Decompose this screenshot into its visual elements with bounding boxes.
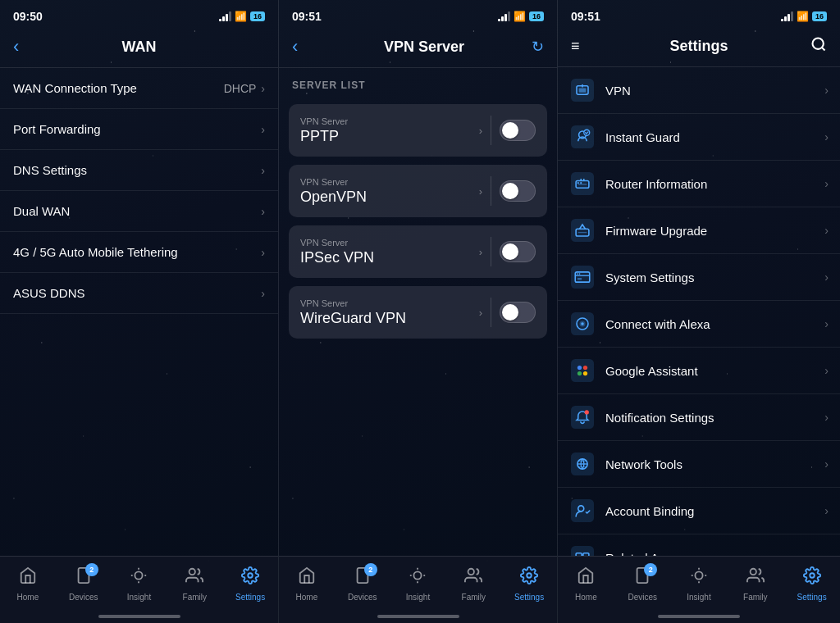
svg-point-16 xyxy=(468,569,474,575)
svg-rect-22 xyxy=(579,88,587,92)
tab-insight-1[interactable]: Insight xyxy=(112,563,167,605)
wan-connection-type-item[interactable]: WAN Connection Type DHCP › xyxy=(0,68,278,109)
wan-content: WAN Connection Type DHCP › Port Forwardi… xyxy=(0,68,278,556)
tab-family-2[interactable]: Family xyxy=(445,563,501,605)
firmware-icon-wrap xyxy=(569,217,596,243)
vpn-card-openvpn[interactable]: VPN Server OpenVPN › xyxy=(289,165,547,217)
notifications-icon-wrap xyxy=(569,404,596,430)
devices-badge-2: 2 xyxy=(364,563,377,576)
svg-rect-27 xyxy=(571,172,594,195)
settings-item-system[interactable]: System Settings › xyxy=(558,254,840,301)
vpn-card-ipsec[interactable]: VPN Server IPSec VPN › xyxy=(289,225,547,278)
back-button-vpn[interactable]: ‹ xyxy=(292,36,317,57)
tab-settings-1[interactable]: Settings xyxy=(222,563,278,605)
svg-point-49 xyxy=(583,371,587,375)
wireguard-right: › xyxy=(479,298,536,327)
svg-point-11 xyxy=(414,571,422,579)
google-chevron: › xyxy=(824,364,829,377)
tab-devices-1[interactable]: 2 Devices xyxy=(56,563,112,605)
tab-bar-1: Home 2 Devices Insight xyxy=(0,556,278,623)
alexa-label: Connect with Alexa xyxy=(605,317,815,331)
vpn-chevron: › xyxy=(824,84,829,97)
settings-content: VPN › Instant Guard › xyxy=(558,67,840,556)
instant-guard-label: Instant Guard xyxy=(605,130,815,144)
tab-settings-3[interactable]: Settings xyxy=(783,563,840,605)
tab-home-3[interactable]: Home xyxy=(558,563,614,605)
svg-rect-40 xyxy=(578,278,582,280)
router-info-icon-wrap xyxy=(569,171,596,197)
tab-settings-2[interactable]: Settings xyxy=(501,563,557,605)
tab-home-2[interactable]: Home xyxy=(279,563,335,605)
tab-devices-3[interactable]: 2 Devices xyxy=(614,563,671,605)
refresh-button-vpn[interactable]: ↻ xyxy=(532,38,544,56)
tab-insight-label-1: Insight xyxy=(127,593,151,602)
settings-item-network-tools[interactable]: Network Tools › xyxy=(558,441,840,488)
vpn-icon-wrap xyxy=(569,77,596,103)
dual-wan-item[interactable]: Dual WAN › xyxy=(0,191,278,232)
home-indicator-1 xyxy=(98,615,180,618)
port-forwarding-item[interactable]: Port Forwarding › xyxy=(0,109,278,150)
tab-family-3[interactable]: Family xyxy=(727,563,783,605)
tab-family-label-3: Family xyxy=(743,593,767,602)
back-button-wan[interactable]: ‹ xyxy=(13,36,38,57)
settings-item-vpn[interactable]: VPN › xyxy=(558,67,840,114)
openvpn-toggle[interactable] xyxy=(500,180,536,202)
settings-item-google[interactable]: Google Assistant › xyxy=(558,348,840,394)
chevron-dns: › xyxy=(261,164,265,177)
alexa-chevron: › xyxy=(824,317,829,330)
wifi-icon-1: 📶 xyxy=(235,11,247,22)
openvpn-divider xyxy=(491,176,491,206)
settings-item-instant-guard[interactable]: Instant Guard › xyxy=(558,114,840,161)
mobile-tethering-item[interactable]: 4G / 5G Auto Mobile Tethering › xyxy=(0,232,278,273)
pptp-right: › xyxy=(479,116,536,145)
tab-insight-3[interactable]: Insight xyxy=(671,563,728,605)
svg-rect-50 xyxy=(571,406,594,429)
settings-item-notifications[interactable]: Notification Settings › xyxy=(558,394,840,441)
tab-family-1[interactable]: Family xyxy=(167,563,222,605)
settings-icon-2 xyxy=(520,566,538,589)
tab-bar-2: Home 2 Devices Insight xyxy=(279,556,557,623)
settings-item-related-apps[interactable]: Related Apps › xyxy=(558,534,840,556)
tab-home-1[interactable]: Home xyxy=(0,563,56,605)
dns-settings-item[interactable]: DNS Settings › xyxy=(0,150,278,191)
pptp-divider xyxy=(491,116,491,145)
insight-icon-3 xyxy=(690,566,708,589)
wireguard-toggle[interactable] xyxy=(500,302,536,323)
ipsec-toggle[interactable] xyxy=(500,241,536,262)
vpn-card-pptp[interactable]: VPN Server PPTP › xyxy=(289,104,547,157)
settings-item-account[interactable]: Account Binding › xyxy=(558,488,840,534)
nav-title-wan: WAN xyxy=(38,39,240,56)
vpn-card-wireguard[interactable]: VPN Server WireGuard VPN › xyxy=(289,286,547,339)
signal-icon-2 xyxy=(498,11,510,21)
settings-item-router-info[interactable]: Router Information › xyxy=(558,161,840,207)
wifi-icon-3: 📶 xyxy=(797,11,809,22)
tab-devices-2[interactable]: 2 Devices xyxy=(335,563,390,605)
wireguard-name: WireGuard VPN xyxy=(300,310,406,327)
wireguard-sub: VPN Server xyxy=(300,298,406,308)
battery-1: 16 xyxy=(250,11,265,21)
wan-connection-type-right: DHCP › xyxy=(224,82,265,95)
tab-settings-label-1: Settings xyxy=(235,593,265,602)
svg-point-47 xyxy=(583,366,587,370)
insight-icon-1 xyxy=(130,566,148,589)
settings-icon-1 xyxy=(241,566,259,589)
svg-rect-59 xyxy=(571,546,594,556)
system-chevron: › xyxy=(824,271,829,284)
devices-badge-3: 2 xyxy=(644,563,657,576)
tab-insight-2[interactable]: Insight xyxy=(390,563,446,605)
search-button[interactable] xyxy=(802,36,827,57)
wireguard-divider xyxy=(491,298,491,327)
google-label: Google Assistant xyxy=(605,364,815,378)
asus-ddns-item[interactable]: ASUS DDNS › xyxy=(0,273,278,314)
battery-2: 16 xyxy=(529,11,544,21)
hamburger-button[interactable]: ≡ xyxy=(571,38,596,55)
settings-item-firmware[interactable]: Firmware Upgrade › xyxy=(558,207,840,254)
tab-home-label-2: Home xyxy=(296,593,318,602)
openvpn-right: › xyxy=(479,176,536,206)
signal-icon-1 xyxy=(219,11,231,21)
pptp-toggle[interactable] xyxy=(500,120,536,141)
account-label: Account Binding xyxy=(605,504,815,518)
settings-item-alexa[interactable]: Connect with Alexa › xyxy=(558,301,840,348)
svg-point-2 xyxy=(135,571,143,579)
svg-rect-35 xyxy=(571,266,594,289)
